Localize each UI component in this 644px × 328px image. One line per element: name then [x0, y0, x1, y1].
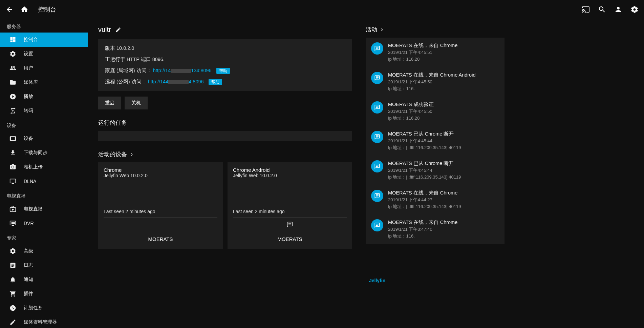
cast-icon[interactable] — [582, 5, 590, 14]
device-name: Chrome Android — [233, 167, 347, 173]
activity-ip: Ip 地址：116.20 — [388, 115, 499, 121]
message-icon — [104, 218, 217, 230]
activity-title: MOERATS 在线，来自 Chrome — [388, 219, 499, 226]
back-button[interactable] — [5, 5, 14, 14]
sidebar-item-通知[interactable]: 通知 — [0, 272, 88, 287]
users-icon — [9, 65, 16, 71]
search-icon[interactable] — [598, 5, 606, 14]
sidebar-item-DLNA[interactable]: DLNA — [0, 174, 88, 188]
activity-ip: Ip 地址：[::ffff:116.209.35.143]:40119 — [388, 145, 499, 151]
activity-ip: Ip 地址：116. — [388, 233, 499, 239]
sidebar-item-高级[interactable]: 高级 — [0, 244, 88, 258]
edit-server-name-icon[interactable] — [115, 27, 121, 33]
sidebar-item-电视直播[interactable]: 电视直播 — [0, 202, 88, 216]
sidebar-item-媒体资料管理器[interactable]: 媒体资料管理器 — [0, 315, 88, 328]
activity-item[interactable]: MOERATS 已从 Chrome 断开 2019/1/21 下午4:45:44… — [366, 126, 505, 156]
home-button[interactable] — [20, 5, 28, 14]
sidebar-section-header: 专家 — [0, 230, 88, 244]
activity-time: 2019/1/21 下午4:44:27 — [388, 197, 499, 203]
active-devices-header[interactable]: 活动的设备 — [98, 150, 352, 158]
sidebar-item-转码[interactable]: 转码 — [0, 104, 88, 118]
version-label: 版本 10.0.2.0 — [105, 45, 345, 52]
activity-ip: Ip 地址：116.20 — [388, 56, 499, 62]
sidebar-item-下载与同步[interactable]: 下载与同步 — [0, 146, 88, 160]
device-user: MOERATS — [233, 230, 347, 244]
activity-title: MOERATS 已从 Chrome 断开 — [388, 131, 499, 137]
sidebar-item-控制台[interactable]: 控制台 — [0, 33, 88, 47]
cart-icon — [9, 290, 16, 297]
settings-icon[interactable] — [630, 5, 639, 14]
activity-item[interactable]: MOERATS 在线，来自 Chrome 2019/1/21 下午4:44:27… — [366, 185, 505, 214]
sidebar-item-label: 相机上传 — [24, 164, 43, 170]
sidebar-item-日志[interactable]: 日志 — [0, 258, 88, 272]
activity-chat-icon — [371, 101, 383, 114]
pencil-icon — [9, 319, 16, 326]
sidebar-item-label: 插件 — [24, 291, 33, 297]
activity-time: 2019/1/21 下午4:45:51 — [388, 49, 499, 56]
sidebar-item-DVR[interactable]: DVR — [0, 216, 88, 230]
activity-title: MOERATS 已从 Chrome 断开 — [388, 160, 499, 167]
device-lastseen: Last seen 2 minutes ago — [233, 209, 347, 218]
sidebar-item-设备[interactable]: 设备 — [0, 131, 88, 146]
sidebar-item-计划任务[interactable]: 计划任务 — [0, 301, 88, 315]
user-icon[interactable] — [614, 5, 622, 14]
activity-chat-icon — [371, 190, 383, 202]
sidebar-item-设置[interactable]: 设置 — [0, 47, 88, 61]
activity-time: 2019/1/21 下午4:45:50 — [388, 79, 499, 85]
folder-icon — [9, 79, 16, 86]
activity-item[interactable]: MOERATS 在线，来自 Chrome Android 2019/1/21 下… — [366, 67, 505, 97]
chevron-right-icon — [129, 152, 134, 157]
clock-icon — [9, 305, 16, 311]
activity-chat-icon — [371, 219, 383, 231]
play-circle-icon — [9, 93, 16, 100]
help-badge[interactable]: 帮助 — [216, 68, 230, 74]
activity-item[interactable]: MOERATS 在线，来自 Chrome 2019/1/21 下午3:47:40… — [366, 214, 505, 244]
sidebar-item-label: 用户 — [24, 65, 33, 71]
activity-time: 2019/1/21 下午4:45:50 — [388, 108, 499, 115]
running-tasks-header: 运行的任务 — [98, 119, 352, 127]
sidebar-item-label: 下载与同步 — [24, 150, 47, 156]
device-app: Jellyfin Web 10.0.2.0 — [104, 173, 217, 178]
activity-chat-icon — [371, 42, 383, 55]
sidebar-item-label: 媒体资料管理器 — [24, 319, 57, 325]
sidebar-item-label: 计划任务 — [24, 305, 43, 311]
help-badge[interactable]: 帮助 — [209, 79, 222, 85]
topbar: 控制台 — [0, 0, 644, 19]
activity-title: MOERATS 在线，来自 Chrome Android — [388, 72, 499, 78]
sidebar-item-相机上传[interactable]: 相机上传 — [0, 160, 88, 174]
livetv-icon — [9, 206, 16, 212]
wan-url-link[interactable]: http://1444:8096 — [148, 79, 204, 84]
shutdown-button[interactable]: 关机 — [125, 97, 148, 109]
sidebar-item-播放[interactable]: 播放 — [0, 89, 88, 104]
sidebar-item-label: 设备 — [24, 136, 33, 142]
activity-item[interactable]: MOERATS 在线，来自 Chrome 2019/1/21 下午4:45:51… — [366, 38, 505, 67]
restart-button[interactable]: 重启 — [98, 97, 121, 109]
chevron-right-icon — [379, 27, 385, 33]
dvr-icon — [9, 220, 16, 227]
device-card[interactable]: Chrome Android Jellyfin Web 10.0.2.0 Las… — [228, 162, 352, 249]
sidebar-section-header: 服务器 — [0, 19, 88, 33]
activity-item[interactable]: MOERATS 成功验证 2019/1/21 下午4:45:50 Ip 地址：1… — [366, 97, 505, 126]
page-title: 控制台 — [38, 5, 56, 14]
sidebar-item-label: 媒体库 — [24, 79, 38, 85]
wan-access-line: 远程 (公网) 访问： http://1444:8096 帮助 — [105, 79, 345, 85]
sidebar-item-用户[interactable]: 用户 — [0, 61, 88, 75]
running-tasks-body — [98, 131, 352, 141]
sidebar-item-label: 转码 — [24, 108, 33, 114]
sidebar-item-媒体库[interactable]: 媒体库 — [0, 75, 88, 89]
sidebar-item-label: DVR — [24, 221, 34, 226]
activity-header[interactable]: 活动 — [366, 26, 505, 34]
device-card[interactable]: Chrome Jellyfin Web 10.0.2.0 Last seen 2… — [98, 162, 223, 249]
bell-icon — [9, 276, 16, 283]
message-icon[interactable] — [233, 218, 347, 230]
running-port-label: 正运行于 HTTP 端口 8096. — [105, 56, 345, 63]
sidebar-item-插件[interactable]: 插件 — [0, 287, 88, 301]
sidebar-item-label: DLNA — [24, 179, 36, 184]
activity-time: 2019/1/21 下午4:45:44 — [388, 167, 499, 173]
dlna-icon — [9, 178, 16, 185]
jellyfin-link[interactable]: Jellyfin — [369, 278, 385, 283]
device-lastseen: Last seen 2 minutes ago — [104, 209, 217, 218]
activity-item[interactable]: MOERATS 已从 Chrome 断开 2019/1/21 下午4:45:44… — [366, 156, 505, 185]
activity-ip: Ip 地址：[::ffff:116.209.35.143]:40119 — [388, 174, 499, 180]
lan-url-link[interactable]: http://14134:8096 — [153, 68, 212, 73]
